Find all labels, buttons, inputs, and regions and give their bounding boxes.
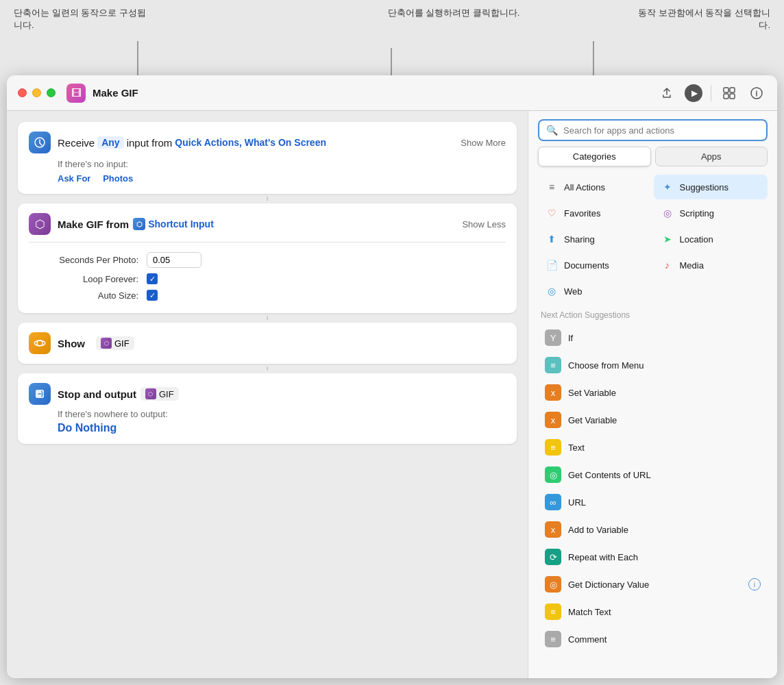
get-variable-icon: x: [545, 412, 561, 428]
suggestion-comment[interactable]: ≡ Comment: [538, 625, 768, 653]
category-media[interactable]: ♪ Media: [654, 253, 768, 277]
right-panel: 🔍 Categories Apps ≡ All Actions: [528, 111, 777, 678]
action-library-button[interactable]: [720, 84, 739, 103]
suggestion-get-contents-url[interactable]: ◎ Get Contents of URL: [538, 461, 768, 488]
show-label: Show: [58, 338, 85, 349]
show-card: Show ⬡ GIF: [18, 323, 517, 364]
suggestion-text[interactable]: ≡ Text: [538, 434, 768, 461]
text-icon: ≡: [545, 439, 561, 456]
gif-icon: ⬡: [101, 338, 112, 349]
sharing-icon: ⬆: [545, 232, 559, 246]
stop-card: Stop and output ⬡ GIF If there's nowhere…: [18, 373, 517, 444]
window-title: Make GIF: [93, 87, 657, 99]
suggestion-choose-from-menu[interactable]: ≡ Choose from Menu: [538, 351, 768, 379]
search-input[interactable]: [563, 125, 759, 136]
suggestion-set-variable[interactable]: x Set Variable: [538, 379, 768, 406]
show-more-button[interactable]: Show More: [461, 138, 506, 148]
info-button[interactable]: [747, 84, 766, 103]
photos-tag[interactable]: Photos: [103, 173, 133, 184]
comment-label: Comment: [568, 634, 761, 645]
divider-line: [29, 242, 506, 242]
categories-section: ≡ All Actions ✦ Suggestions ♡ Favorites: [528, 172, 777, 678]
if-icon: Y: [545, 329, 561, 346]
ask-for-tag[interactable]: Ask For: [58, 173, 90, 184]
next-action-label: Next Action Suggestions: [541, 310, 768, 320]
make-label: Make GIF from: [58, 219, 129, 230]
category-favorites[interactable]: ♡ Favorites: [538, 201, 652, 225]
minimize-button[interactable]: [32, 88, 41, 97]
suggestions-label: Suggestions: [680, 182, 729, 192]
suggestions-icon: ✦: [661, 180, 674, 194]
suggestion-url[interactable]: ∞ URL: [538, 488, 768, 516]
titlebar-actions: ▶: [657, 84, 766, 103]
documents-icon: 📄: [545, 258, 559, 272]
show-less-button[interactable]: Show Less: [462, 219, 506, 229]
connector-2: [267, 316, 268, 320]
web-label: Web: [564, 286, 583, 297]
suggestion-get-dictionary-value[interactable]: ◎ Get Dictionary Value i: [538, 571, 768, 598]
dict-info-button[interactable]: i: [748, 578, 761, 590]
url-icon: ∞: [545, 494, 561, 510]
suggestion-add-to-variable[interactable]: x Add to Variable: [538, 516, 768, 543]
annotation-center: 단축어를 실행하려면 클릭합니다.: [388, 7, 520, 32]
tab-categories[interactable]: Categories: [538, 147, 651, 166]
connector-1: [267, 197, 268, 201]
media-icon: ♪: [661, 258, 674, 272]
do-nothing-container: Do Nothing: [58, 422, 506, 434]
all-actions-label: All Actions: [564, 182, 605, 192]
do-nothing-link[interactable]: Do Nothing: [58, 422, 117, 434]
titlebar: 🎞 Make GIF ▶: [7, 75, 777, 111]
dict-label: Get Dictionary Value: [568, 580, 742, 590]
add-variable-icon: x: [545, 521, 561, 538]
loop-label: Loop Forever:: [29, 274, 138, 284]
left-panel: Receive Any input from Quick Actions, Wh…: [7, 111, 528, 678]
seconds-row: Seconds Per Photo:: [29, 249, 506, 271]
no-input-options: Ask For Photos: [58, 172, 506, 184]
seconds-input[interactable]: [147, 252, 201, 268]
autosize-label: Auto Size:: [29, 290, 138, 301]
suggestion-get-variable[interactable]: x Get Variable: [538, 406, 768, 434]
show-icon: [29, 332, 51, 354]
stop-gif-tag[interactable]: ⬡ GIF: [140, 387, 179, 401]
search-box: 🔍: [538, 119, 768, 141]
url-label: URL: [568, 497, 761, 508]
stop-gif-icon: ⬡: [145, 388, 156, 399]
dict-icon: ◎: [545, 576, 561, 593]
show-gif-tag[interactable]: ⬡ GIF: [96, 336, 134, 350]
share-button[interactable]: [657, 84, 676, 103]
shortcut-input-tag[interactable]: ⬡ Shortcut Input: [133, 218, 214, 230]
loop-checkbox[interactable]: ✓: [147, 273, 158, 284]
svg-rect-0: [724, 88, 728, 92]
category-sharing[interactable]: ⬆ Sharing: [538, 227, 652, 251]
category-web[interactable]: ◎ Web: [538, 279, 652, 303]
suggestion-if[interactable]: Y If: [538, 324, 768, 351]
receive-icon: [29, 132, 51, 153]
category-suggestions[interactable]: ✦ Suggestions: [654, 175, 768, 199]
maximize-button[interactable]: [47, 88, 56, 97]
category-documents[interactable]: 📄 Documents: [538, 253, 652, 277]
makegif-card: ⬡ Make GIF from ⬡ Shortcut Input Show Le…: [18, 203, 517, 313]
run-button[interactable]: ▶: [685, 84, 702, 102]
any-tag[interactable]: Any: [97, 136, 123, 149]
category-scripting[interactable]: ◎ Scripting: [654, 201, 768, 225]
category-location[interactable]: ➤ Location: [654, 227, 768, 251]
tab-apps[interactable]: Apps: [655, 147, 768, 166]
sharing-label: Sharing: [564, 234, 595, 245]
close-button[interactable]: [18, 88, 27, 97]
seconds-label: Seconds Per Photo:: [29, 255, 138, 265]
suggestion-repeat-with-each[interactable]: ⟳ Repeat with Each: [538, 543, 768, 571]
content-area: Receive Any input from Quick Actions, Wh…: [7, 111, 777, 678]
makegif-text: Make GIF from ⬡ Shortcut Input: [58, 218, 455, 230]
category-all-actions[interactable]: ≡ All Actions: [538, 175, 652, 199]
makegif-icon: ⬡: [29, 213, 51, 235]
svg-rect-1: [730, 88, 735, 92]
choose-menu-label: Choose from Menu: [568, 360, 761, 371]
suggestion-match-text[interactable]: ≡ Match Text: [538, 598, 768, 625]
get-url-label: Get Contents of URL: [568, 470, 761, 480]
input-from-label: input from: [127, 137, 173, 149]
sources-tag[interactable]: Quick Actions, What's On Screen: [175, 137, 326, 148]
web-icon: ◎: [545, 284, 559, 298]
if-label: If: [568, 333, 761, 343]
autosize-checkbox[interactable]: ✓: [147, 290, 158, 301]
shortcut-icon: ⬡: [133, 218, 145, 230]
